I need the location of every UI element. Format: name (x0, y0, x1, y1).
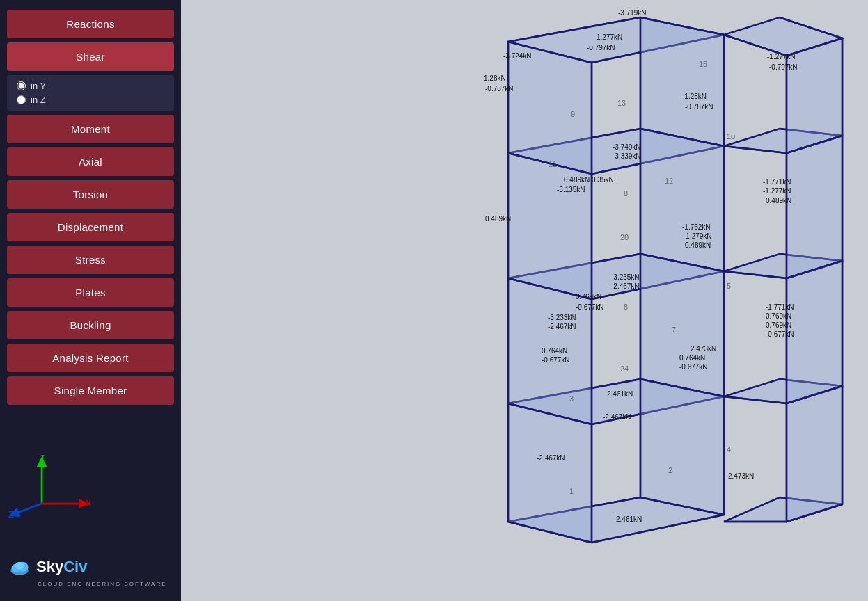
nav-btn-reactions[interactable]: Reactions (7, 10, 174, 38)
radio-label: in Z (31, 95, 46, 105)
axes-diagram: Y X Z (7, 455, 90, 518)
svg-text:5: 5 (727, 282, 731, 290)
svg-text:-2.467kN: -2.467kN (548, 323, 576, 330)
nav-buttons: ReactionsShearin Yin ZMomentAxialTorsion… (7, 10, 174, 405)
svg-text:24: 24 (620, 364, 629, 373)
svg-text:-3.724kN: -3.724kN (503, 52, 532, 60)
logo-area: SkyCiv CLOUD ENGINEERING SOFTWARE (7, 554, 174, 587)
svg-text:-0.677kN: -0.677kN (576, 303, 604, 311)
svg-text:1.277kN: 1.277kN (597, 33, 622, 41)
svg-text:-1.771kN: -1.771kN (766, 303, 794, 311)
svg-marker-71 (787, 261, 842, 403)
nav-btn-moment[interactable]: Moment (7, 115, 174, 143)
svg-text:-1.771kN: -1.771kN (763, 178, 791, 186)
svg-text:-3.749kN: -3.749kN (613, 143, 641, 151)
svg-text:-1.277kN: -1.277kN (763, 187, 791, 195)
svg-text:-1.277kN: -1.277kN (767, 53, 796, 61)
svg-marker-62 (508, 153, 592, 299)
radio-inz[interactable]: in Z (17, 95, 164, 105)
svg-point-9 (15, 562, 24, 570)
svg-text:-3.235kN: -3.235kN (611, 273, 640, 281)
svg-text:-1.28kN: -1.28kN (682, 93, 707, 100)
nav-btn-plates[interactable]: Plates (7, 278, 174, 307)
svg-marker-64 (508, 403, 592, 543)
svg-text:2.461kN: 2.461kN (607, 390, 633, 398)
svg-marker-70 (787, 136, 842, 278)
svg-text:-2.467kN: -2.467kN (603, 413, 631, 421)
svg-marker-72 (787, 386, 842, 522)
svg-text:-3.339kN: -3.339kN (613, 152, 641, 160)
radio-input-iny[interactable] (17, 81, 26, 90)
svg-text:0.489kN: 0.489kN (485, 215, 511, 223)
svg-text:15: 15 (699, 60, 707, 68)
structure-svg: .member { stroke: #1a1a6e; stroke-width:… (181, 0, 868, 601)
svg-text:-0.677kN: -0.677kN (542, 356, 570, 364)
nav-btn-stress[interactable]: Stress (7, 246, 174, 274)
svg-text:2: 2 (668, 466, 672, 474)
radio-iny[interactable]: in Y (17, 81, 164, 91)
svg-text:0.489kN: 0.489kN (766, 197, 791, 205)
svg-text:Z: Z (8, 509, 14, 518)
svg-marker-65 (640, 17, 724, 146)
nav-btn-axial[interactable]: Axial (7, 147, 174, 176)
shear-direction-radio-group: in Yin Z (7, 75, 174, 111)
radio-input-inz[interactable] (17, 95, 26, 104)
nav-btn-shear[interactable]: Shear (7, 42, 174, 71)
svg-text:0.769kN: 0.769kN (766, 312, 791, 320)
svg-text:-0.677kN: -0.677kN (766, 330, 794, 338)
svg-text:13: 13 (617, 99, 626, 107)
svg-text:0.489kN: 0.489kN (564, 176, 590, 184)
structure-canvas: .member { stroke: #1a1a6e; stroke-width:… (181, 0, 868, 601)
svg-marker-68 (640, 379, 724, 515)
svg-marker-66 (640, 129, 724, 271)
svg-text:-3.135kN: -3.135kN (557, 186, 585, 193)
svg-text:Y: Y (40, 455, 46, 461)
nav-btn-single-member[interactable]: Single Member (7, 376, 174, 405)
svg-text:-1.762kN: -1.762kN (682, 223, 711, 231)
svg-text:-3.719kN: -3.719kN (618, 9, 647, 17)
nav-btn-displacement[interactable]: Displacement (7, 213, 174, 241)
svg-text:0.35kN: 0.35kN (592, 176, 614, 184)
svg-text:-2.467kN: -2.467kN (537, 454, 565, 462)
svg-text:3: 3 (569, 313, 574, 321)
logo-container: SkyCiv (7, 554, 87, 579)
svg-text:20: 20 (620, 233, 629, 241)
logo-tagline: CLOUD ENGINEERING SOFTWARE (38, 581, 167, 587)
svg-text:-0.787kN: -0.787kN (685, 103, 713, 111)
svg-marker-61 (508, 42, 592, 174)
svg-text:10: 10 (727, 132, 735, 141)
svg-text:4: 4 (727, 445, 731, 454)
svg-text:1.28kN: 1.28kN (484, 74, 506, 82)
nav-btn-buckling[interactable]: Buckling (7, 311, 174, 339)
svg-line-2 (14, 504, 42, 514)
svg-text:2.461kN: 2.461kN (616, 515, 642, 523)
svg-text:-0.787kN: -0.787kN (485, 85, 514, 93)
sidebar: ReactionsShearin Yin ZMomentAxialTorsion… (0, 0, 181, 601)
main-viewport: .member { stroke: #1a1a6e; stroke-width:… (181, 0, 868, 601)
svg-text:2.473kN: 2.473kN (691, 345, 716, 353)
logo-text: SkyCiv (36, 558, 87, 576)
nav-btn-analysis-report[interactable]: Analysis Report (7, 344, 174, 372)
svg-text:0.769kN: 0.769kN (576, 293, 601, 300)
svg-text:1: 1 (569, 487, 574, 495)
svg-text:7: 7 (672, 326, 676, 334)
svg-text:-0.677kN: -0.677kN (679, 363, 708, 371)
svg-text:-0.797kN: -0.797kN (587, 44, 615, 51)
svg-text:-1.279kN: -1.279kN (684, 232, 712, 240)
svg-text:-0.797kN: -0.797kN (769, 63, 798, 71)
skyciv-logo-icon (7, 554, 32, 579)
svg-text:8: 8 (624, 303, 628, 311)
svg-text:0.489kN: 0.489kN (685, 241, 711, 249)
svg-text:0.764kN: 0.764kN (542, 347, 567, 355)
svg-text:11: 11 (549, 160, 557, 168)
svg-text:2.473kN: 2.473kN (728, 472, 754, 480)
svg-text:12: 12 (665, 177, 673, 185)
svg-text:-2.467kN: -2.467kN (611, 282, 640, 290)
svg-text:0.769kN: 0.769kN (766, 321, 791, 329)
svg-text:X: X (86, 498, 90, 508)
nav-btn-torsion[interactable]: Torsion (7, 180, 174, 209)
svg-marker-67 (640, 254, 724, 396)
svg-text:9: 9 (571, 110, 575, 118)
svg-text:8: 8 (624, 189, 628, 198)
radio-label: in Y (31, 81, 46, 91)
